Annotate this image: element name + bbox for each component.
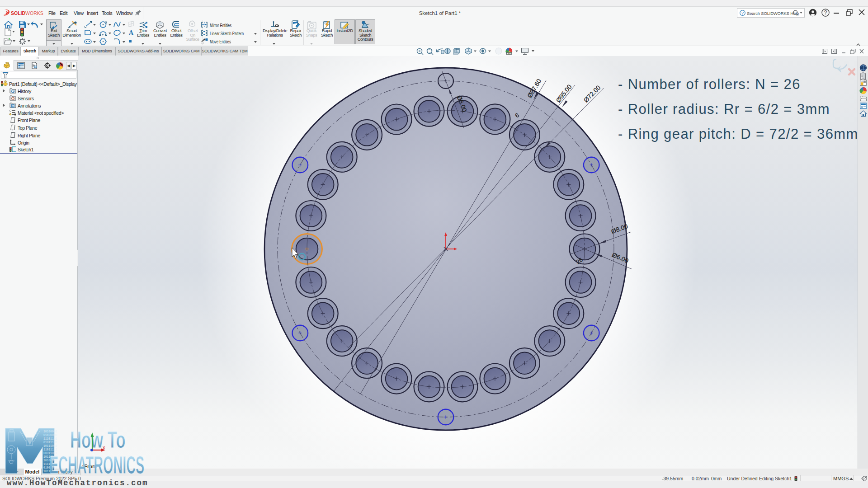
svg-text:*Front: *Front <box>82 464 97 469</box>
svg-text:Ø95.00: Ø95.00 <box>555 83 573 104</box>
svg-text:Ø72.00: Ø72.00 <box>582 84 602 103</box>
svg-text:A: A <box>12 104 14 108</box>
svg-text:A: A <box>129 29 134 36</box>
svg-text:?: ? <box>824 9 827 16</box>
svg-text:?: ? <box>741 11 744 15</box>
